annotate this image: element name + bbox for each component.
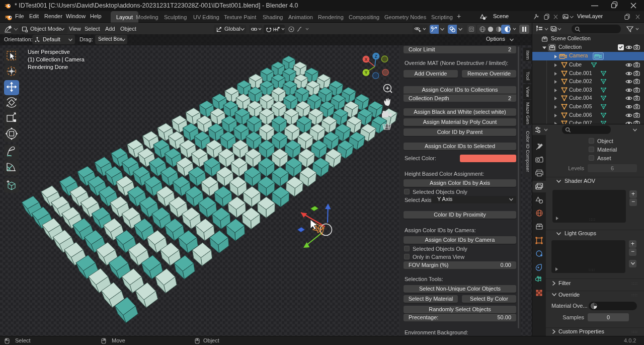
svg-text:Y: Y: [365, 70, 368, 75]
svg-text:Z: Z: [375, 54, 377, 59]
svg-text:X: X: [365, 57, 368, 62]
